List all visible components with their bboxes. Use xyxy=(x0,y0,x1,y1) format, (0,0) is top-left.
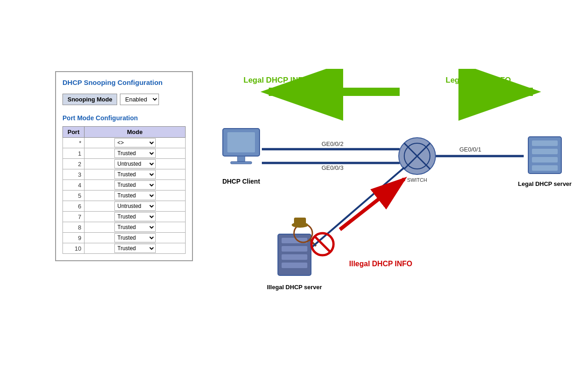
port-number: 3 xyxy=(63,169,85,180)
port-number: 4 xyxy=(63,180,85,190)
port-number: 8 xyxy=(63,222,85,233)
table-row: 10TrustedUntrusted<> xyxy=(63,243,186,254)
ge-0-0-2-label: GE0/0/2 xyxy=(322,140,344,147)
table-row: 6TrustedUntrusted<> xyxy=(63,201,186,212)
svg-rect-19 xyxy=(532,157,558,162)
dhcp-client-label: DHCP Client xyxy=(222,178,260,185)
svg-rect-29 xyxy=(294,218,306,225)
table-row: 7TrustedUntrusted<> xyxy=(63,212,186,222)
switch-label: SWITCH xyxy=(407,177,427,183)
svg-rect-24 xyxy=(282,254,307,260)
table-row: 4TrustedUntrusted<> xyxy=(63,180,186,190)
port-number: 7 xyxy=(63,212,85,222)
illegal-server-label: Illegal DHCP server xyxy=(267,284,322,291)
port-mode-select[interactable]: TrustedUntrusted<> xyxy=(114,170,156,179)
snooping-row: Snooping Mode Enabled Disabled xyxy=(62,94,186,105)
svg-rect-9 xyxy=(227,132,255,152)
port-mode-select[interactable]: TrustedUntrusted<> xyxy=(114,244,156,253)
legal-server-label: Legal DHCP server xyxy=(518,180,572,187)
table-row: 8TrustedUntrusted<> xyxy=(63,222,186,233)
col-port: Port xyxy=(63,127,85,138)
port-number: 9 xyxy=(63,233,85,243)
network-diagram: Legal DHCP INFO Legal DHCP INFO GE0/0/2 xyxy=(202,69,579,321)
port-mode-select[interactable]: TrustedUntrusted<> xyxy=(114,233,156,242)
ge-0-0-1-label: GE0/0/1 xyxy=(459,146,481,153)
panel-title: DHCP Snooping Configuration xyxy=(62,78,186,86)
port-mode-select[interactable]: TrustedUntrusted<> xyxy=(114,223,156,232)
table-row: 1TrustedUntrusted<> xyxy=(63,148,186,159)
snooping-label: Snooping Mode xyxy=(62,94,117,105)
port-number: * xyxy=(63,138,85,148)
port-mode-select[interactable]: TrustedUntrusted<> xyxy=(114,159,156,168)
table-row: 5TrustedUntrusted<> xyxy=(63,190,186,201)
legal-info-left-label: Legal DHCP INFO xyxy=(243,76,309,84)
svg-rect-25 xyxy=(282,263,307,268)
config-panel: DHCP Snooping Configuration Snooping Mod… xyxy=(55,71,193,261)
illegal-info-label: Illegal DHCP INFO xyxy=(349,260,413,268)
port-number: 5 xyxy=(63,190,85,201)
svg-rect-11 xyxy=(231,162,252,164)
port-mode-cell: TrustedUntrusted<> xyxy=(85,148,186,159)
table-row: 3TrustedUntrusted<> xyxy=(63,169,186,180)
svg-rect-10 xyxy=(237,156,245,162)
table-row: *TrustedUntrusted<> xyxy=(63,138,186,148)
port-number: 6 xyxy=(63,201,85,212)
snooping-mode-select[interactable]: Enabled Disabled xyxy=(120,94,159,105)
port-mode-select[interactable]: TrustedUntrusted<> xyxy=(114,212,156,221)
port-mode-select[interactable]: TrustedUntrusted<> xyxy=(114,138,156,147)
table-row: 2TrustedUntrusted<> xyxy=(63,159,186,169)
port-table: Port Mode *TrustedUntrusted<>1TrustedUnt… xyxy=(62,126,186,254)
port-mode-title: Port Mode Configuration xyxy=(62,114,186,122)
port-mode-select[interactable]: TrustedUntrusted<> xyxy=(114,149,156,158)
svg-rect-17 xyxy=(532,140,558,146)
port-mode-cell: TrustedUntrusted<> xyxy=(85,243,186,254)
port-mode-cell: TrustedUntrusted<> xyxy=(85,159,186,169)
port-mode-cell: TrustedUntrusted<> xyxy=(85,180,186,190)
port-mode-cell: TrustedUntrusted<> xyxy=(85,190,186,201)
svg-rect-23 xyxy=(282,246,307,252)
legal-info-right-label: Legal DHCP INFO xyxy=(446,76,511,84)
svg-rect-18 xyxy=(532,149,558,154)
svg-rect-20 xyxy=(532,165,558,171)
port-number: 1 xyxy=(63,148,85,159)
port-mode-cell: TrustedUntrusted<> xyxy=(85,222,186,233)
port-mode-cell: TrustedUntrusted<> xyxy=(85,201,186,212)
port-number: 10 xyxy=(63,243,85,254)
port-number: 2 xyxy=(63,159,85,169)
table-row: 9TrustedUntrusted<> xyxy=(63,233,186,243)
port-mode-cell: TrustedUntrusted<> xyxy=(85,169,186,180)
port-mode-cell: TrustedUntrusted<> xyxy=(85,212,186,222)
port-mode-cell: TrustedUntrusted<> xyxy=(85,138,186,148)
port-mode-select[interactable]: TrustedUntrusted<> xyxy=(114,180,156,190)
svg-line-31 xyxy=(340,179,404,230)
port-mode-cell: TrustedUntrusted<> xyxy=(85,233,186,243)
svg-line-30 xyxy=(311,168,404,248)
col-mode: Mode xyxy=(85,127,186,138)
ge-0-0-3-label: GE0/0/3 xyxy=(322,164,344,171)
port-mode-select[interactable]: TrustedUntrusted<> xyxy=(114,202,156,211)
port-mode-select[interactable]: TrustedUntrusted<> xyxy=(114,191,156,200)
